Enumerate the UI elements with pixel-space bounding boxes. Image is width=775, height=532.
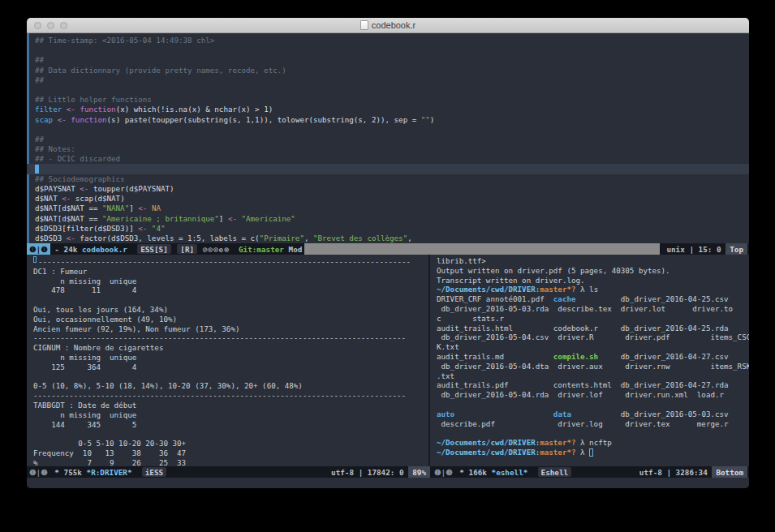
eshell-line: ~/Documents/cwd/DRIVER:master*? λ ls bbox=[437, 285, 749, 294]
output-line: Frequency 10 13 38 36 47 bbox=[33, 448, 428, 458]
close-button[interactable] bbox=[34, 22, 41, 29]
eshell-line: ~/Documents/cwd/DRIVER:master*? λ ncftp bbox=[437, 438, 749, 448]
code-line: ## bbox=[35, 75, 749, 85]
eshell-line: describe.pdf driver.log driver.tex merge… bbox=[437, 419, 749, 429]
eshell-line: c stats.r bbox=[437, 314, 749, 324]
eshell-line: librib.ttf> bbox=[437, 256, 749, 266]
code-line bbox=[35, 165, 749, 174]
eshell-line: .txt bbox=[437, 371, 749, 381]
modeline-top: ❶|❶ - 24k codebook.r ESS[S] [R] ⊘⊙⊙e⊗ Gi… bbox=[27, 243, 749, 255]
minimize-button[interactable] bbox=[47, 22, 54, 29]
git-branch[interactable]: Git:master bbox=[239, 245, 284, 254]
output-line: 125 364 4 bbox=[33, 363, 428, 372]
buffer-name[interactable]: codebook.r bbox=[82, 245, 127, 254]
code-line: filter <- function(x) which(!is.na(x) & … bbox=[35, 105, 749, 114]
scroll-position[interactable]: 89% bbox=[408, 466, 430, 478]
spacer[interactable] bbox=[230, 245, 239, 254]
eshell-line: audit_trails.html codebook.r db_driver_2… bbox=[437, 324, 749, 333]
code-line bbox=[35, 125, 749, 135]
traffic-lights bbox=[34, 22, 67, 29]
code-line: scap <- function(s) paste(toupper(substr… bbox=[35, 115, 749, 125]
emacs-window: codebook.r ## Time-stamp: <2016-05-04 14… bbox=[27, 18, 749, 488]
output-line: CIGNUM : Nombre de cigarettes bbox=[33, 343, 428, 353]
buffer-name[interactable]: *R:DRIVER* bbox=[87, 468, 132, 477]
eshell-line: db_driver_2016-05-03.rda describe.tex dr… bbox=[437, 304, 749, 314]
output-line: ----------------------------------------… bbox=[33, 333, 428, 343]
buffer-size[interactable]: - 24k bbox=[50, 245, 82, 254]
output-line bbox=[33, 295, 428, 305]
document-icon bbox=[360, 20, 368, 30]
code-line: d$NAT <- scap(d$NAT) bbox=[35, 194, 749, 204]
eshell-line: Transcript written on driver.log. bbox=[437, 276, 749, 285]
output-line bbox=[33, 372, 428, 382]
window-title: codebook.r bbox=[360, 20, 415, 30]
modeline-filler[interactable] bbox=[304, 243, 660, 255]
eshell-line: audit_trails.pdf contents.html db_driver… bbox=[437, 380, 749, 390]
eshell-line bbox=[437, 428, 749, 438]
window-title-text: codebook.r bbox=[372, 20, 415, 30]
encoding-and-position[interactable]: utf-8 | 17842: 0 bbox=[331, 468, 408, 477]
desktop-background: codebook.r ## Time-stamp: <2016-05-04 14… bbox=[0, 0, 775, 532]
code-line: ## Sociodemographics bbox=[35, 174, 749, 184]
eshell-line: db_driver_2016-05-04.dta driver.aux driv… bbox=[437, 362, 749, 371]
scroll-position[interactable]: Bottom bbox=[712, 466, 747, 478]
eshell-line: Output written on driver.pdf (5 pages, 4… bbox=[437, 266, 749, 276]
eshell-line bbox=[437, 400, 749, 410]
window-number-indicator[interactable]: ❶|❷ bbox=[27, 468, 50, 477]
git-state[interactable]: Mod bbox=[284, 245, 302, 254]
output-line: n missing unique bbox=[33, 277, 428, 286]
output-line: % 7 9 26 25 33 bbox=[33, 458, 428, 466]
buffer-size[interactable]: * 755k bbox=[50, 468, 87, 477]
output-line: 478 11 4 bbox=[33, 285, 428, 295]
window-number-indicator[interactable]: ❶|❶ bbox=[27, 243, 50, 255]
window-number-indicator[interactable]: ❶|❸ bbox=[432, 468, 455, 477]
spacer[interactable] bbox=[132, 468, 141, 477]
eshell-buffer[interactable]: librib.ttf>Output written on driver.pdf … bbox=[430, 255, 749, 466]
code-line: d$PAYSNAT <- toupper(d$PAYSNAT) bbox=[35, 184, 749, 194]
eshell-line: audit_trails.md compile.sh db_driver_201… bbox=[437, 352, 749, 362]
modeline-bottom-right: ❶|❸ * 166k *eshell* Eshellutf-8 | 3286:3… bbox=[432, 466, 749, 478]
code-line: ## Notes: bbox=[35, 144, 749, 154]
major-mode[interactable]: iESS bbox=[142, 467, 166, 477]
major-mode[interactable]: Eshell bbox=[538, 467, 572, 477]
encoding-and-position[interactable]: unix | 15: 0 bbox=[662, 245, 725, 254]
spacer[interactable] bbox=[527, 468, 536, 477]
code-line bbox=[35, 85, 749, 95]
status-icons[interactable]: ⊘⊙⊙e⊗ bbox=[203, 245, 230, 254]
code-line: ## Time-stamp: <2016-05-04 14:49:38 chl> bbox=[35, 36, 749, 45]
output-line: ----------------------------------------… bbox=[33, 256, 428, 267]
eshell-line: db_driver_2016-05-04.rda driver.lof driv… bbox=[437, 390, 749, 400]
output-line bbox=[33, 429, 428, 439]
output-line: TABBGDT : Date de début bbox=[33, 401, 428, 410]
spacer[interactable] bbox=[127, 245, 136, 254]
modeline-bottom-left: ❶|❷ * 755k *R:DRIVER* iESSutf-8 | 17842:… bbox=[27, 466, 432, 478]
eshell-lines: librib.ttf>Output written on driver.pdf … bbox=[430, 255, 749, 457]
code-buffer[interactable]: ## Time-stamp: <2016-05-04 14:49:38 chl>… bbox=[27, 33, 749, 243]
eshell-line: ~/Documents/cwd/DRIVER:master*? λ bbox=[437, 448, 749, 457]
code-line: ## Data dictionnary (provide pretty name… bbox=[35, 66, 749, 75]
output-line: Oui, occasionnellement (49, 10%) bbox=[33, 315, 428, 324]
scroll-position[interactable]: Top bbox=[725, 243, 747, 255]
output-line: Oui, tous les jours (164, 34%) bbox=[33, 305, 428, 315]
spacer[interactable] bbox=[172, 245, 177, 254]
buffer-name[interactable]: *eshell* bbox=[492, 468, 528, 477]
r-output-buffer[interactable]: ----------------------------------------… bbox=[27, 255, 428, 466]
output-line: DC1 : Fumeur bbox=[33, 267, 428, 277]
output-line: n missing unique bbox=[33, 353, 428, 363]
code-lines: ## Time-stamp: <2016-05-04 14:49:38 chl>… bbox=[27, 33, 749, 243]
zoom-button[interactable] bbox=[60, 22, 67, 29]
window-titlebar[interactable]: codebook.r bbox=[27, 18, 749, 33]
bottom-windows: ----------------------------------------… bbox=[27, 255, 749, 466]
echo-area[interactable] bbox=[27, 478, 749, 488]
output-line: n missing unique bbox=[33, 410, 428, 420]
code-line: d$DSD3 <- factor(d$DSD3, levels = 1:5, l… bbox=[35, 234, 749, 243]
buffer-size[interactable]: * 166k bbox=[455, 468, 492, 477]
process-indicator[interactable]: [R] bbox=[177, 244, 197, 254]
code-line: ## Little helper functions bbox=[35, 95, 749, 105]
output-line: 0-5 5-10 10-20 20-30 30+ bbox=[33, 439, 428, 448]
code-line: ## - DC1C discarded bbox=[35, 154, 749, 164]
encoding-and-position[interactable]: utf-8 | 3286:34 bbox=[639, 468, 713, 477]
code-line bbox=[35, 45, 749, 55]
major-mode[interactable]: ESS[S] bbox=[137, 244, 171, 254]
eshell-line: db_driver_2016-05-04.csv driver.R driver… bbox=[437, 332, 749, 342]
